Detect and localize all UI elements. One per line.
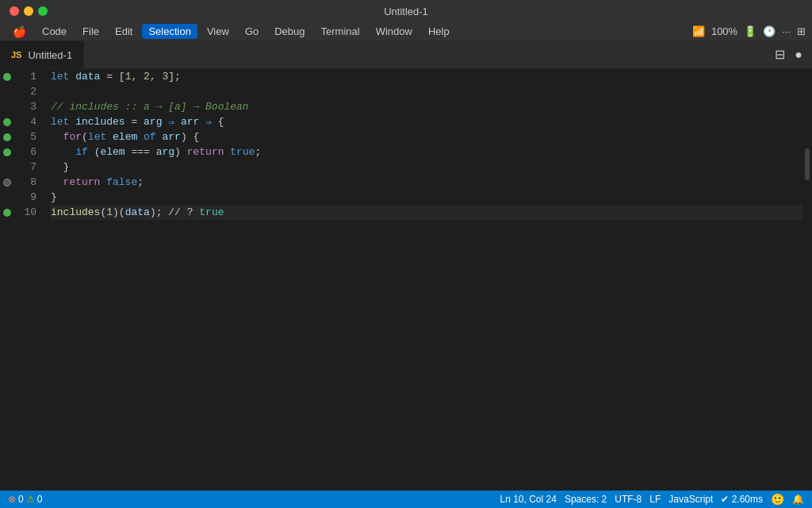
- gutter: 12345678910: [0, 69, 48, 491]
- code-line: // includes :: a → [a] → Boolean: [51, 99, 802, 114]
- token-comment: // includes :: a → [a] → Boolean: [51, 101, 249, 113]
- gutter-row: 6: [0, 144, 48, 160]
- breakpoint-area: [0, 179, 14, 187]
- token-indent3: [51, 146, 75, 158]
- close-button[interactable]: [10, 6, 19, 16]
- statusbar: ⊗ 0 ⚠ 0 Ln 10, Col 24 Spaces: 2 UTF-8 LF…: [0, 491, 812, 508]
- traffic-lights: [10, 6, 48, 16]
- line-number: 3: [14, 101, 43, 113]
- menu-window[interactable]: Window: [370, 24, 419, 39]
- token-bool: true: [230, 146, 255, 158]
- token-var: includes: [75, 116, 124, 128]
- tab-js-icon: JS: [11, 50, 21, 60]
- menu-go[interactable]: Go: [239, 24, 265, 39]
- token-var: elem: [113, 131, 137, 143]
- encoding[interactable]: UTF-8: [615, 494, 642, 505]
- more-options[interactable]: ···: [782, 25, 791, 37]
- line-number: 4: [14, 116, 43, 128]
- token-num: 1: [125, 71, 132, 83]
- token-fn: includes: [51, 206, 100, 218]
- line-number: 2: [14, 86, 43, 98]
- timing: ✔ 2.60ms: [721, 494, 763, 505]
- gutter-row: 10: [0, 205, 48, 220]
- line-number: 10: [14, 206, 43, 218]
- tab-label: Untitled-1: [28, 49, 72, 61]
- menu-help[interactable]: Help: [422, 24, 456, 39]
- token-punct: (: [82, 131, 88, 143]
- token-arrow: ⇒: [199, 116, 217, 129]
- token-op: ===: [131, 146, 149, 158]
- window-title: Untitled-1: [384, 6, 428, 17]
- token-var: arg: [144, 116, 162, 128]
- code-line: for(let elem of arr) {: [51, 129, 802, 144]
- token-kw-ctrl: return: [63, 176, 107, 188]
- token-punct: }: [51, 191, 57, 203]
- maximize-button[interactable]: [38, 6, 48, 16]
- token-var: arg: [156, 146, 174, 158]
- menu-file[interactable]: File: [76, 24, 105, 39]
- cursor-position[interactable]: Ln 10, Col 24: [500, 494, 557, 505]
- token-var: arr: [181, 116, 199, 128]
- code-line: return false;: [51, 175, 802, 190]
- token-num: 2: [144, 71, 150, 83]
- breakpoint-area: [0, 148, 14, 156]
- menu-selection[interactable]: Selection: [142, 24, 197, 39]
- menu-code[interactable]: Code: [36, 24, 73, 39]
- gutter-row: 8: [0, 175, 48, 190]
- token-punct: ,: [131, 71, 144, 83]
- gutter-row: 5: [0, 129, 48, 144]
- minimize-button[interactable]: [24, 6, 33, 16]
- breakpoint-green[interactable]: [3, 148, 11, 156]
- grid-icon[interactable]: ⊞: [797, 25, 806, 37]
- token-indent2: [51, 176, 63, 188]
- scrollbar-track[interactable]: [802, 69, 812, 491]
- breakpoint-area: [0, 209, 14, 217]
- token-kw-ctrl: return: [187, 146, 231, 158]
- language-mode[interactable]: JavaScript: [668, 494, 713, 505]
- breakpoint-green[interactable]: [3, 118, 11, 126]
- split-editor-button[interactable]: ⊟: [773, 45, 787, 64]
- status-dot: ●: [793, 46, 804, 64]
- breakpoint-gray[interactable]: [3, 179, 11, 187]
- token-comment-q: // ?: [168, 206, 199, 218]
- line-number: 1: [14, 71, 43, 83]
- menubar: 🍎 Code File Edit Selection View Go Debug…: [0, 22, 812, 41]
- scrollbar-thumb[interactable]: [805, 148, 810, 180]
- apple-menu[interactable]: 🍎: [6, 25, 33, 38]
- feedback-icon[interactable]: 🙂: [771, 493, 784, 506]
- code-line: [51, 84, 802, 99]
- breakpoint-green[interactable]: [3, 209, 11, 217]
- menu-view[interactable]: View: [201, 24, 236, 39]
- token-punct: ,: [150, 71, 163, 83]
- token-punct: =: [125, 116, 144, 128]
- code-area[interactable]: let data = [1, 2, 3];// includes :: a → …: [48, 69, 802, 491]
- line-ending[interactable]: LF: [649, 494, 661, 505]
- notification-icon[interactable]: 🔔: [792, 494, 804, 505]
- titlebar: Untitled-1: [0, 0, 812, 22]
- token-punct: (: [94, 146, 101, 158]
- menu-edit[interactable]: Edit: [109, 24, 139, 39]
- token-kw-ctrl: for: [63, 131, 82, 143]
- code-line: let includes = arg ⇒ arr ⇒ {: [51, 114, 802, 129]
- gutter-row: 3: [0, 99, 48, 114]
- token-punct: ) {: [181, 131, 199, 143]
- token-var: arr: [162, 131, 180, 143]
- token-punct: );: [150, 206, 168, 218]
- token-punct: (: [100, 206, 106, 218]
- token-var: data: [125, 206, 150, 218]
- menu-terminal[interactable]: Terminal: [315, 24, 366, 39]
- tab-actions: ⊟ ●: [773, 40, 812, 68]
- breakpoint-green[interactable]: [3, 133, 11, 141]
- token-punct: }: [63, 161, 70, 173]
- token-punct: ;: [137, 176, 144, 188]
- line-number: 8: [14, 176, 43, 188]
- warning-icon: ⚠: [26, 494, 35, 505]
- error-count[interactable]: ⊗ 0 ⚠ 0: [8, 494, 42, 505]
- breakpoint-green[interactable]: [3, 73, 11, 81]
- token-kw: let: [88, 131, 113, 143]
- token-arrow: ⇒: [162, 116, 180, 129]
- spaces-setting[interactable]: Spaces: 2: [565, 494, 607, 505]
- tab-untitled[interactable]: JS Untitled-1: [0, 40, 84, 68]
- token-punct: [125, 146, 132, 158]
- menu-debug[interactable]: Debug: [268, 24, 311, 39]
